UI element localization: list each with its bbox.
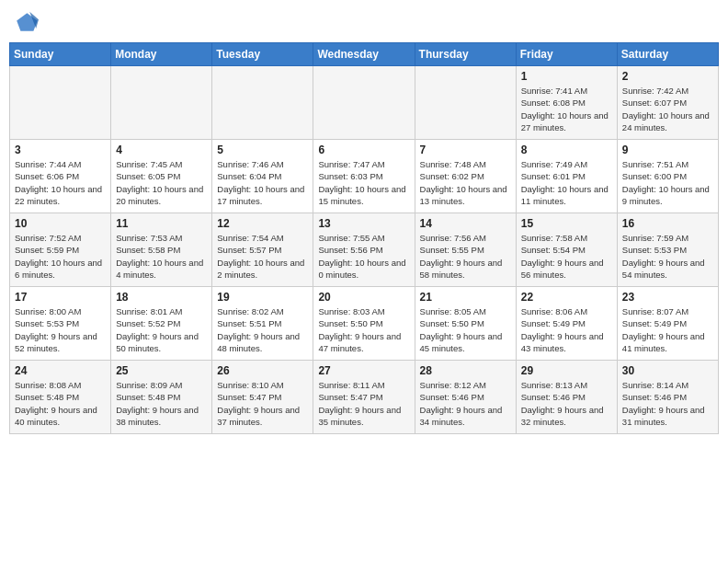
- calendar-cell: 2Sunrise: 7:42 AM Sunset: 6:07 PM Daylig…: [617, 66, 718, 140]
- day-info: Sunrise: 7:51 AM Sunset: 6:00 PM Dayligh…: [622, 158, 713, 207]
- day-info: Sunrise: 7:56 AM Sunset: 5:55 PM Dayligh…: [420, 232, 511, 281]
- day-number: 3: [15, 144, 106, 156]
- day-info: Sunrise: 7:45 AM Sunset: 6:05 PM Dayligh…: [116, 158, 207, 207]
- day-number: 19: [217, 291, 308, 304]
- calendar-cell: 1Sunrise: 7:41 AM Sunset: 6:08 PM Daylig…: [516, 66, 617, 140]
- day-info: Sunrise: 7:58 AM Sunset: 5:54 PM Dayligh…: [521, 232, 612, 281]
- calendar-cell: 22Sunrise: 8:06 AM Sunset: 5:49 PM Dayli…: [516, 287, 617, 361]
- day-info: Sunrise: 8:14 AM Sunset: 5:46 PM Dayligh…: [622, 379, 713, 428]
- weekday-header-friday: Friday: [516, 43, 617, 66]
- day-info: Sunrise: 7:49 AM Sunset: 6:01 PM Dayligh…: [521, 158, 612, 207]
- day-info: Sunrise: 7:42 AM Sunset: 6:07 PM Dayligh…: [622, 85, 713, 133]
- day-info: Sunrise: 7:59 AM Sunset: 5:53 PM Dayligh…: [622, 232, 713, 281]
- day-number: 9: [622, 144, 713, 156]
- day-info: Sunrise: 8:05 AM Sunset: 5:50 PM Dayligh…: [420, 305, 511, 354]
- calendar-cell: 30Sunrise: 8:14 AM Sunset: 5:46 PM Dayli…: [617, 361, 718, 434]
- day-info: Sunrise: 7:54 AM Sunset: 5:57 PM Dayligh…: [217, 232, 308, 281]
- day-number: 7: [420, 144, 511, 156]
- day-number: 16: [622, 217, 713, 230]
- day-info: Sunrise: 7:44 AM Sunset: 6:06 PM Dayligh…: [15, 158, 106, 207]
- day-number: 6: [318, 144, 409, 156]
- calendar-cell: 16Sunrise: 7:59 AM Sunset: 5:53 PM Dayli…: [617, 213, 718, 287]
- day-number: 1: [521, 70, 612, 83]
- day-info: Sunrise: 8:01 AM Sunset: 5:52 PM Dayligh…: [116, 305, 207, 354]
- calendar-cell: 18Sunrise: 8:01 AM Sunset: 5:52 PM Dayli…: [111, 287, 212, 361]
- day-info: Sunrise: 7:47 AM Sunset: 6:03 PM Dayligh…: [318, 158, 409, 207]
- logo-icon: [13, 9, 39, 35]
- calendar-cell: 10Sunrise: 7:52 AM Sunset: 5:59 PM Dayli…: [10, 213, 111, 287]
- calendar-cell: 3Sunrise: 7:44 AM Sunset: 6:06 PM Daylig…: [10, 140, 111, 213]
- day-info: Sunrise: 8:09 AM Sunset: 5:48 PM Dayligh…: [116, 379, 207, 428]
- day-info: Sunrise: 8:07 AM Sunset: 5:49 PM Dayligh…: [622, 305, 713, 354]
- day-number: 2: [622, 70, 713, 83]
- calendar-cell: 29Sunrise: 8:13 AM Sunset: 5:46 PM Dayli…: [516, 361, 617, 434]
- calendar-cell: 14Sunrise: 7:56 AM Sunset: 5:55 PM Dayli…: [415, 213, 516, 287]
- calendar-cell: [212, 66, 313, 140]
- calendar-cell: 11Sunrise: 7:53 AM Sunset: 5:58 PM Dayli…: [111, 213, 212, 287]
- calendar-cell: 24Sunrise: 8:08 AM Sunset: 5:48 PM Dayli…: [10, 361, 111, 434]
- day-number: 30: [622, 364, 713, 377]
- calendar-cell: 13Sunrise: 7:55 AM Sunset: 5:56 PM Dayli…: [313, 213, 415, 287]
- day-info: Sunrise: 8:00 AM Sunset: 5:53 PM Dayligh…: [15, 305, 106, 354]
- calendar-week-5: 24Sunrise: 8:08 AM Sunset: 5:48 PM Dayli…: [10, 361, 719, 434]
- day-number: 26: [217, 364, 308, 377]
- day-info: Sunrise: 8:10 AM Sunset: 5:47 PM Dayligh…: [217, 379, 308, 428]
- day-number: 29: [521, 364, 612, 377]
- day-number: 13: [318, 217, 409, 230]
- day-info: Sunrise: 8:03 AM Sunset: 5:50 PM Dayligh…: [318, 305, 409, 354]
- calendar-body: 1Sunrise: 7:41 AM Sunset: 6:08 PM Daylig…: [10, 66, 719, 434]
- day-info: Sunrise: 8:12 AM Sunset: 5:46 PM Dayligh…: [420, 379, 511, 428]
- day-number: 17: [15, 291, 106, 304]
- day-number: 24: [15, 364, 106, 377]
- day-info: Sunrise: 7:48 AM Sunset: 6:02 PM Dayligh…: [420, 158, 511, 207]
- day-number: 11: [116, 217, 207, 230]
- day-number: 27: [318, 364, 409, 377]
- calendar-cell: [10, 66, 111, 140]
- calendar-cell: 5Sunrise: 7:46 AM Sunset: 6:04 PM Daylig…: [212, 140, 313, 213]
- day-number: 15: [521, 217, 612, 230]
- day-info: Sunrise: 7:53 AM Sunset: 5:58 PM Dayligh…: [116, 232, 207, 281]
- calendar-cell: 15Sunrise: 7:58 AM Sunset: 5:54 PM Dayli…: [516, 213, 617, 287]
- day-info: Sunrise: 8:13 AM Sunset: 5:46 PM Dayligh…: [521, 379, 612, 428]
- weekday-header-tuesday: Tuesday: [212, 43, 313, 66]
- day-info: Sunrise: 7:41 AM Sunset: 6:08 PM Dayligh…: [521, 85, 612, 133]
- calendar-cell: [111, 66, 212, 140]
- day-number: 20: [318, 291, 409, 304]
- day-number: 8: [521, 144, 612, 156]
- day-info: Sunrise: 7:52 AM Sunset: 5:59 PM Dayligh…: [15, 232, 106, 281]
- calendar-cell: [415, 66, 516, 140]
- calendar-week-2: 3Sunrise: 7:44 AM Sunset: 6:06 PM Daylig…: [10, 140, 719, 213]
- day-number: 28: [420, 364, 511, 377]
- weekday-header-wednesday: Wednesday: [313, 43, 415, 66]
- calendar-cell: 26Sunrise: 8:10 AM Sunset: 5:47 PM Dayli…: [212, 361, 313, 434]
- calendar-week-4: 17Sunrise: 8:00 AM Sunset: 5:53 PM Dayli…: [10, 287, 719, 361]
- calendar-header: SundayMondayTuesdayWednesdayThursdayFrid…: [10, 43, 719, 66]
- day-number: 12: [217, 217, 308, 230]
- calendar-cell: 25Sunrise: 8:09 AM Sunset: 5:48 PM Dayli…: [111, 361, 212, 434]
- day-number: 14: [420, 217, 511, 230]
- calendar-cell: 17Sunrise: 8:00 AM Sunset: 5:53 PM Dayli…: [10, 287, 111, 361]
- calendar-week-3: 10Sunrise: 7:52 AM Sunset: 5:59 PM Dayli…: [10, 213, 719, 287]
- calendar-cell: 23Sunrise: 8:07 AM Sunset: 5:49 PM Dayli…: [617, 287, 718, 361]
- page-header: [9, 9, 719, 35]
- day-number: 23: [622, 291, 713, 304]
- weekday-header-monday: Monday: [111, 43, 212, 66]
- calendar-table: SundayMondayTuesdayWednesdayThursdayFrid…: [9, 42, 719, 434]
- calendar-cell: 9Sunrise: 7:51 AM Sunset: 6:00 PM Daylig…: [617, 140, 718, 213]
- day-number: 5: [217, 144, 308, 156]
- day-info: Sunrise: 7:55 AM Sunset: 5:56 PM Dayligh…: [318, 232, 409, 281]
- day-info: Sunrise: 7:46 AM Sunset: 6:04 PM Dayligh…: [217, 158, 308, 207]
- day-number: 4: [116, 144, 207, 156]
- calendar-cell: 7Sunrise: 7:48 AM Sunset: 6:02 PM Daylig…: [415, 140, 516, 213]
- day-number: 25: [116, 364, 207, 377]
- day-number: 22: [521, 291, 612, 304]
- calendar-cell: [313, 66, 415, 140]
- logo: [13, 9, 42, 35]
- day-number: 18: [116, 291, 207, 304]
- calendar-cell: 8Sunrise: 7:49 AM Sunset: 6:01 PM Daylig…: [516, 140, 617, 213]
- weekday-header-thursday: Thursday: [415, 43, 516, 66]
- calendar-cell: 4Sunrise: 7:45 AM Sunset: 6:05 PM Daylig…: [111, 140, 212, 213]
- day-info: Sunrise: 8:02 AM Sunset: 5:51 PM Dayligh…: [217, 305, 308, 354]
- calendar-cell: 20Sunrise: 8:03 AM Sunset: 5:50 PM Dayli…: [313, 287, 415, 361]
- calendar-cell: 12Sunrise: 7:54 AM Sunset: 5:57 PM Dayli…: [212, 213, 313, 287]
